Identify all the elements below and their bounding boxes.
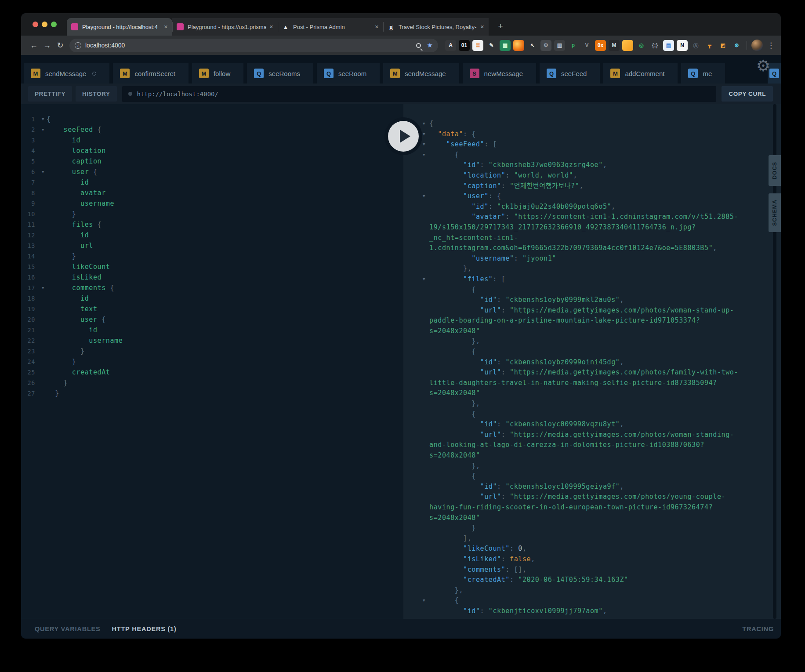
bookmark-star-icon[interactable]: ★ (427, 41, 433, 49)
hex-icon[interactable]: 0x (595, 40, 606, 51)
reload-icon[interactable]: ↻ (54, 40, 67, 50)
code-token: : (501, 555, 510, 563)
playground-tab-sendMessage[interactable]: MsendMessage (24, 63, 109, 84)
braces-icon[interactable]: {;} (649, 40, 660, 51)
line-number: 6 (21, 167, 40, 177)
zoom-page-icon[interactable] (416, 43, 421, 48)
site-info-icon[interactable]: i (75, 42, 81, 49)
code-token: { (429, 120, 434, 127)
a-circle-icon[interactable]: Ⓐ (690, 40, 701, 51)
line-number: 14 (21, 251, 40, 262)
query-editor[interactable]: 1▼{2▼ seeFeed {3 id4 location5 caption6▼… (21, 104, 403, 619)
profile-avatar[interactable] (751, 40, 763, 51)
table-icon[interactable]: ▤ (663, 40, 674, 51)
address-url[interactable]: localhost:4000 (85, 42, 125, 49)
http-headers-tab[interactable]: HTTP HEADERS (1) (112, 625, 177, 632)
code-token: } (471, 524, 476, 532)
fold-arrow-icon[interactable]: ▼ (423, 596, 425, 606)
docs-side-tab[interactable]: DOCS (769, 155, 781, 186)
address-bar[interactable]: i localhost:4000 ★ (69, 39, 438, 52)
pen-icon[interactable]: ✎ (486, 40, 497, 51)
unsaved-indicator[interactable] (92, 72, 96, 76)
columns-icon[interactable]: ▥ (554, 40, 565, 51)
fold-gutter (40, 388, 47, 399)
binary-icon[interactable]: 01 (459, 40, 470, 51)
fold-arrow-icon[interactable]: ▼ (423, 129, 425, 140)
playground-tab-seeRoom[interactable]: QseeRoom (317, 63, 380, 84)
browser-tab[interactable]: Playground - http://localhost:4✕ (67, 18, 172, 36)
fold-gutter (40, 325, 47, 335)
fold-arrow-icon[interactable]: ▼ (423, 191, 425, 202)
v-letter-icon[interactable]: V (581, 40, 592, 51)
close-tab-icon[interactable]: ✕ (269, 24, 273, 30)
close-tab-icon[interactable]: ✕ (375, 24, 379, 30)
settings-gear-icon[interactable]: ⚙ (756, 57, 770, 75)
code-token: , (620, 483, 624, 490)
color-wheel-icon[interactable] (513, 40, 524, 51)
pipe-icon[interactable]: ┳ (704, 40, 715, 51)
browser-tab[interactable]: ▲Post - Prisma Admin✕ (278, 18, 383, 36)
close-window-button[interactable] (33, 22, 38, 27)
response-line: "id": "ckbenjticoxvl0999jj797aom", (403, 606, 781, 617)
gear-ext-icon[interactable]: ⚙ (540, 40, 551, 51)
minimize-window-button[interactable] (42, 22, 47, 27)
playground-tab-seeFeed[interactable]: QseeFeed (540, 63, 600, 84)
response-line: { (403, 285, 781, 295)
forward-icon[interactable]: → (40, 41, 54, 50)
close-tab-icon[interactable]: ✕ (480, 24, 484, 30)
fold-arrow-icon[interactable]: ▼ (423, 150, 425, 160)
schema-side-tab[interactable]: SCHEMA (769, 193, 781, 232)
line-number: 27 (21, 388, 40, 399)
browser-menu-icon[interactable]: ⋮ (767, 41, 775, 50)
fold-arrow-icon[interactable]: ▼ (423, 274, 425, 285)
rings-icon[interactable]: ◎ (636, 40, 647, 51)
fold-arrow-icon[interactable]: ▼ (40, 283, 47, 293)
fold-arrow-icon[interactable]: ▼ (40, 114, 47, 124)
fold-arrow-icon[interactable]: ▼ (40, 167, 47, 177)
fold-arrow-icon[interactable]: ▼ (423, 119, 425, 129)
notion-icon[interactable]: N (677, 40, 688, 51)
code-token: , (531, 555, 535, 563)
css-grid-icon[interactable]: ▦ (500, 40, 511, 51)
line-number: 16 (21, 272, 40, 283)
line-number: 12 (21, 230, 40, 240)
playground-tab-confirmSecret[interactable]: MconfirmSecret (113, 63, 189, 84)
text-tool-icon[interactable]: A (445, 40, 456, 51)
code-token: s=2048x2048" (429, 451, 480, 459)
copy-curl-button[interactable]: COPY CURL (722, 86, 773, 102)
prettify-button[interactable]: PRETTIFY (28, 86, 72, 102)
operation-badge: M (31, 69, 40, 78)
diagonal-icon[interactable]: ◩ (718, 40, 729, 51)
monitor-icon[interactable]: M (609, 40, 620, 51)
p-letter-icon[interactable]: p (568, 40, 579, 51)
atom-icon[interactable]: ⊛ (731, 40, 742, 51)
browser-tab[interactable]: gTravel Stock Pictures, Royalty-✕ (383, 18, 489, 36)
fold-arrow-icon[interactable]: ▼ (423, 139, 425, 150)
fold-gutter (40, 156, 47, 167)
endpoint-input[interactable]: http://localhost:4000/ (122, 86, 717, 102)
close-tab-icon[interactable]: ✕ (164, 24, 168, 30)
playground-tab-addComment[interactable]: MaddComment (603, 63, 678, 84)
sticky-note-icon[interactable] (622, 40, 633, 51)
new-tab-button[interactable]: + (495, 21, 506, 32)
response-line: } (403, 523, 781, 534)
query-variables-tab[interactable]: QUERY VARIABLES (35, 625, 101, 632)
playground-tab-me[interactable]: Qme (681, 63, 725, 84)
playground-tab-seeRooms[interactable]: QseeRooms (247, 63, 313, 84)
playground-tab-follow[interactable]: Mfollow (192, 63, 243, 84)
response-line: ▼ { (403, 596, 781, 606)
back-icon[interactable]: ← (27, 41, 40, 50)
playground-tab-newMessage[interactable]: SnewMessage (463, 63, 536, 84)
history-button[interactable]: HISTORY (76, 86, 116, 102)
notes-icon[interactable]: ≣ (472, 40, 483, 51)
browser-tab[interactable]: Playground - https://us1.prisma✕ (172, 18, 278, 36)
extension-icons: A01≣✎▦↖⚙▥pV0xM◎{;}▤NⒶ┳◩⊛ (445, 40, 742, 51)
fold-arrow-icon[interactable]: ▼ (40, 124, 47, 135)
zoom-window-button[interactable] (51, 22, 57, 27)
code-token: { (98, 316, 106, 323)
cursor-icon[interactable]: ↖ (527, 40, 538, 51)
window-controls (33, 22, 57, 27)
tracing-tab[interactable]: TRACING (742, 625, 774, 632)
playground-tab-sendMessage[interactable]: MsendMessage (383, 63, 459, 84)
execute-button[interactable] (384, 117, 422, 155)
